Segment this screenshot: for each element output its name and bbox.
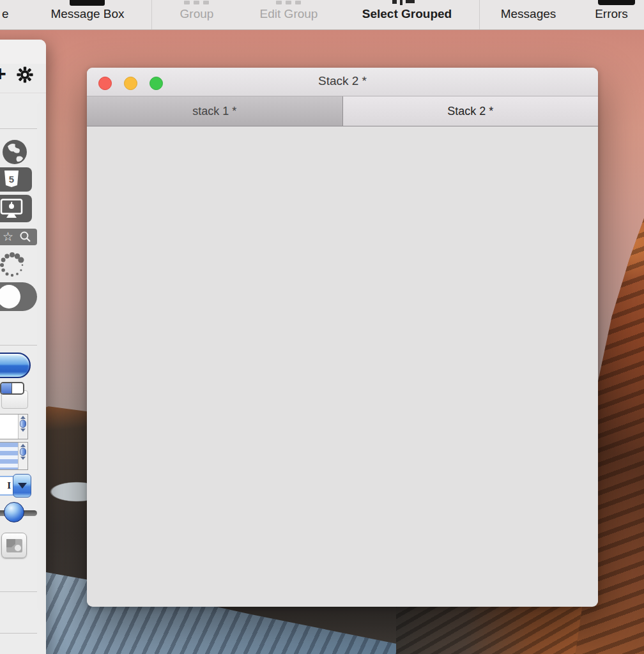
palette-divider xyxy=(0,633,37,634)
search-icon xyxy=(19,231,32,246)
scroll-thumb xyxy=(20,420,26,428)
toolbar-button-messages[interactable]: Messages xyxy=(501,7,556,21)
tab-stack-1[interactable]: stack 1 * xyxy=(87,96,343,126)
switch-widget-tool[interactable] xyxy=(0,282,37,311)
html5-widget-tool[interactable]: 5 xyxy=(0,167,32,192)
window-title: Stack 2 * xyxy=(87,74,598,88)
toolbar-button-message-box[interactable]: Message Box xyxy=(50,7,124,21)
palette-divider xyxy=(0,93,46,93)
chevron-down-icon xyxy=(18,483,27,489)
toolbar-button-partial-code[interactable]: e xyxy=(2,7,9,21)
errors-icon-partial xyxy=(598,0,635,5)
combo-dropdown-button xyxy=(13,474,31,498)
select-grouped-icon-partial xyxy=(392,0,415,5)
list-field-tool[interactable] xyxy=(0,442,28,470)
stack-tab-bar: stack 1 * Stack 2 * xyxy=(87,96,598,126)
scroll-thumb xyxy=(20,448,26,456)
toolbar-button-errors[interactable]: Errors xyxy=(595,7,628,21)
palette-divider xyxy=(0,345,37,346)
scroll-down-icon xyxy=(20,429,26,432)
add-tool-icon[interactable]: + xyxy=(0,63,6,84)
monitor-apple-icon xyxy=(0,199,23,219)
tab-panel-tabs xyxy=(0,382,24,395)
scroll-up-icon xyxy=(20,444,26,447)
star-search-widget-tool[interactable]: ☆ xyxy=(0,229,37,245)
combo-text-field: I xyxy=(0,476,14,496)
stack-canvas[interactable] xyxy=(87,126,598,606)
toolbar-button-select-grouped[interactable]: Select Grouped xyxy=(362,7,452,21)
tab-stack-2[interactable]: Stack 2 * xyxy=(343,96,599,126)
image-icon xyxy=(6,539,22,552)
gear-icon[interactable] xyxy=(17,66,33,86)
image-icon-dot xyxy=(15,545,21,551)
scroll-down-icon xyxy=(20,457,26,460)
busy-spinner-widget-tool[interactable] xyxy=(0,249,27,284)
palette-divider xyxy=(0,128,37,129)
tab-panel-active-tab xyxy=(1,383,12,393)
aqua-button-tool[interactable] xyxy=(0,353,31,378)
scrollbar xyxy=(18,414,27,439)
scrolling-field-tool[interactable] xyxy=(0,414,28,439)
edit-group-icon-partial xyxy=(276,1,301,4)
star-icon: ☆ xyxy=(3,229,13,243)
window-titlebar[interactable]: Stack 2 * xyxy=(87,68,598,96)
image-area-tool[interactable] xyxy=(1,533,27,558)
tools-palette: + xyxy=(0,40,46,654)
scroll-up-icon xyxy=(20,416,26,419)
image-icon-shape xyxy=(6,539,15,547)
stack-window: Stack 2 * stack 1 * Stack 2 * xyxy=(87,68,598,607)
toolbar-button-group: Group xyxy=(180,7,214,21)
slider-knob xyxy=(4,502,24,522)
ide-toolbar: e Message Box Group Edit Group Select Gr… xyxy=(0,0,644,30)
group-icon-partial xyxy=(184,1,209,4)
slider-tool[interactable] xyxy=(0,502,37,524)
toolbar-divider xyxy=(479,0,480,29)
toolbar-button-edit-group: Edit Group xyxy=(260,7,318,21)
palette-divider xyxy=(0,591,37,592)
tools-palette-titlebar[interactable] xyxy=(0,40,46,64)
message-box-icon-partial xyxy=(70,0,105,6)
html5-icon: 5 xyxy=(4,171,19,188)
combo-box-tool[interactable]: I xyxy=(0,474,32,498)
tab-panel-tool[interactable] xyxy=(0,382,31,411)
mac-screen-widget-tool[interactable] xyxy=(0,195,32,222)
scrollbar xyxy=(18,443,27,469)
switch-knob xyxy=(0,285,20,308)
browser-widget-tool[interactable] xyxy=(1,139,28,165)
toolbar-divider xyxy=(151,0,152,29)
svg-text:5: 5 xyxy=(9,174,14,185)
